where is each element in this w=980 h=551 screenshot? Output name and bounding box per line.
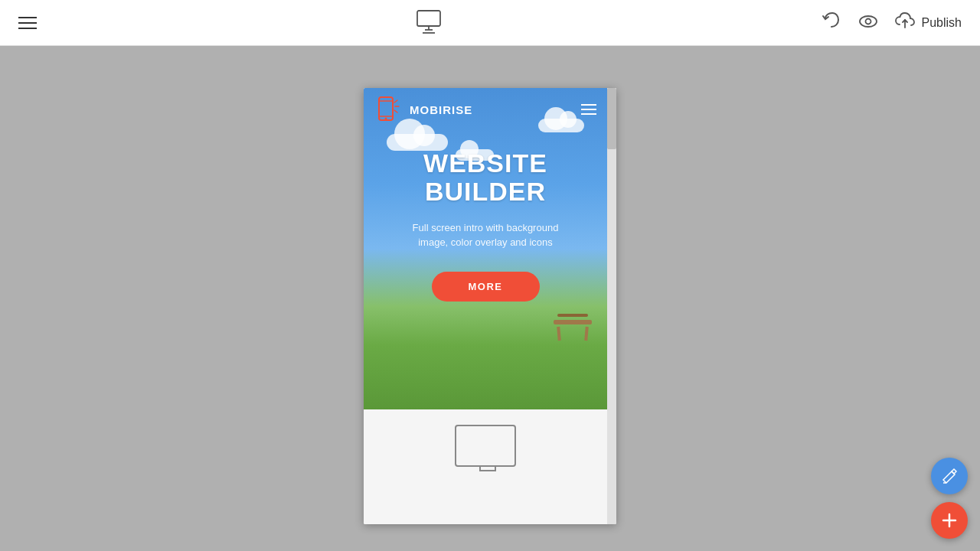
hero-subtitle: Full screen intro with background image,…	[401, 220, 570, 250]
toolbar-right: Publish	[821, 11, 962, 35]
canvas: MOBIRISE WEBSITE BUILDER Full screen int…	[0, 46, 980, 551]
svg-line-11	[394, 100, 397, 103]
svg-line-13	[394, 110, 397, 112]
bench-leg	[584, 327, 589, 341]
hero-content: WEBSITE BUILDER Full screen intro with b…	[364, 134, 607, 302]
brand-name-text: MOBIRISE	[410, 103, 472, 116]
scrollbar-thumb[interactable]	[607, 88, 616, 149]
brand-icon	[374, 95, 403, 124]
hamburger-menu-button[interactable]	[18, 17, 37, 29]
preview-bottom-section	[364, 409, 607, 524]
preview-navbar: MOBIRISE	[364, 88, 607, 131]
undo-button[interactable]	[821, 11, 842, 35]
toolbar-center	[415, 8, 443, 38]
plus-icon	[941, 512, 958, 529]
preview-button[interactable]	[858, 11, 879, 35]
bench-back	[557, 314, 588, 317]
nav-hamburger-icon[interactable]	[581, 104, 596, 115]
pencil-icon	[941, 468, 958, 484]
toolbar: Publish	[0, 0, 980, 46]
bench-decoration	[554, 314, 592, 341]
add-fab-button[interactable]	[931, 502, 968, 539]
device-scrollbar[interactable]	[607, 88, 616, 524]
publish-label: Publish	[922, 16, 962, 30]
bench-leg	[557, 327, 561, 341]
edit-fab-button[interactable]	[931, 458, 968, 494]
preview-inner: MOBIRISE WEBSITE BUILDER Full screen int…	[364, 88, 616, 524]
svg-point-4	[860, 16, 877, 27]
publish-button[interactable]: Publish	[894, 11, 962, 35]
svg-point-5	[865, 18, 871, 24]
device-frame: MOBIRISE WEBSITE BUILDER Full screen int…	[364, 88, 616, 524]
cloud-upload-icon	[894, 11, 916, 35]
bench-seat	[554, 320, 592, 324]
hero-more-button[interactable]: MORE	[432, 272, 540, 302]
brand-logo: MOBIRISE	[374, 95, 472, 124]
desktop-view-icon[interactable]	[415, 8, 443, 38]
svg-rect-0	[417, 11, 440, 26]
svg-point-10	[385, 118, 387, 120]
toolbar-left	[18, 17, 37, 29]
device-outline-decoration	[455, 425, 516, 467]
hero-title: WEBSITE BUILDER	[423, 149, 547, 207]
